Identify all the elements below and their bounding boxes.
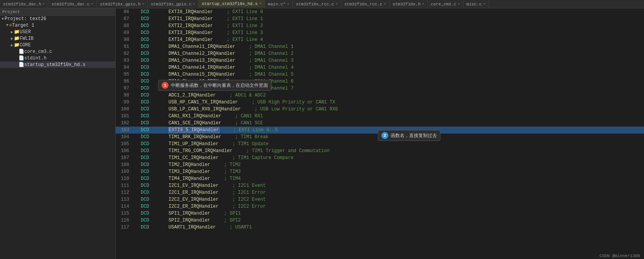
comment-text: ; TIM1 Capture Compare [233,155,293,161]
sidebar-item-user[interactable]: ▶ 📁 USER [0,29,115,35]
dcd-keyword: DCD [141,141,149,147]
code-line-95[interactable]: 95DCD DMA1_Channel5_IRQHandler ; DMA1 Ch… [116,71,644,78]
tab-gpioc[interactable]: stm32f10x_gpio.c × [148,0,199,8]
code-line-115[interactable]: 115DCD SPI1_IRQHandler ; SPI1 [116,210,644,217]
tab-dacc[interactable]: stm32f10x_dac.c × [48,0,96,8]
comment-text: ; I2C1 Error [233,190,266,195]
line-content-108: DCD TIM2_IRQHandler ; TIM2 [133,161,644,168]
line-num-112: 112 [116,189,133,196]
tab-gpioc-close[interactable]: × [193,2,195,6]
tab-rccc2[interactable]: stm32f10x_rcc.c × [341,0,389,8]
code-line-116[interactable]: 116DCD SPI2_IRQHandler ; SPI2 [116,217,644,224]
code-line-109[interactable]: 109DCD TIM3_IRQHandler ; TIM3 [116,168,644,175]
code-line-87[interactable]: 87DCD EXTI1_IRQHandler ; EXTI Line 1 [116,15,644,22]
tab-main-close[interactable]: × [287,2,289,6]
code-line-93[interactable]: 93DCD DMA1_Channel3_IRQHandler ; DMA1 Ch… [116,57,644,64]
tab-misc-close[interactable]: × [483,2,485,6]
tab-core[interactable]: core_cm3.c × [428,0,463,8]
tab-rccc-close[interactable]: × [335,2,337,6]
code-line-89[interactable]: 89DCD EXTI3_IRQHandler ; EXTI Line 3 [116,29,644,36]
dcd-keyword: DCD [141,127,149,133]
dcd-keyword: DCD [141,30,149,36]
tab-gpioh[interactable]: stm32f10x_gpio.h × [97,0,148,8]
line-content-116: DCD SPI2_IRQHandler ; SPI2 [133,217,644,224]
dcd-keyword: DCD [141,16,149,22]
sidebar-item-startup[interactable]: 📄 startup_stm32f10x_hd.s [0,61,115,68]
code-line-108[interactable]: 108DCD TIM2_IRQHandler ; TIM2 [116,161,644,168]
line-num-117: 117 [116,224,133,231]
watermark: CSDN @Winner1300 [599,254,640,258]
line-content-117: DCD USART1_IRQHandler ; USART1 [133,224,644,231]
handler-text: TIM1_BRK_IRQHandler [169,134,221,140]
handler-text: TIM1_UP_IRQHandler [169,141,219,147]
handler-text: DMA1_Channel2_IRQHandler [169,51,235,56]
tab-rccc[interactable]: stm32f10x_rcc.c × [293,0,341,8]
handler-text: TIM2_IRQHandler [169,162,210,168]
tab-dacc-close[interactable]: × [91,2,93,6]
tab-misc[interactable]: misc.c × [464,0,489,8]
comment-text: ; EXTI Line 1 [227,16,263,22]
sidebar-item-core[interactable]: ▶ 📁 CORE [0,42,115,48]
code-line-107[interactable]: 107DCD TIM1_CC_IRQHandler ; TIM1 Capture… [116,154,644,161]
tab-core-label: core_cm3.c [431,2,456,7]
code-line-98[interactable]: 98DCD ADC1_2_IRQHandler ; ADC1 & ADC2 [116,92,644,99]
comment-text: ; USB High Priority or CAN1 TX [252,100,335,105]
tab-dac-close[interactable]: × [43,2,45,6]
code-line-114[interactable]: 114DCD I2C2_ER_IRQHandler ; I2C2 Error [116,203,644,210]
line-num-98: 98 [116,92,133,99]
code-line-117[interactable]: 117DCD USART1_IRQHandler ; USART1 [116,224,644,231]
tab-startup-close[interactable]: × [259,2,261,6]
sidebar-item-startup-label: startup_stm32f10x_hd.s [24,62,85,68]
code-line-106[interactable]: 106DCD TIM1_TRG_COM_IRQHandler ; TIM1 Tr… [116,147,644,154]
line-num-114: 114 [116,203,133,210]
sidebar-item-core-cm3-label: core_cm3.c [24,49,52,54]
line-num-92: 92 [116,50,133,57]
line-num-116: 116 [116,217,133,224]
comment-text: ; DMA1 Channel 4 [249,65,293,70]
sidebar-item-stdint[interactable]: 📄 stdint.h [0,55,115,61]
sidebar-item-core-cm3[interactable]: 📄 core_cm3.c [0,48,115,55]
comment-text: ; EXTI Line 2 [227,23,263,29]
line-num-109: 109 [116,168,133,175]
code-line-92[interactable]: 92DCD DMA1_Channel2_IRQHandler ; DMA1 Ch… [116,50,644,57]
code-line-110[interactable]: 110DCD TIM4_IRQHandler ; TIM4 [116,175,644,182]
tab-startup[interactable]: startup_stm32f10x_hd.s × [199,0,265,8]
tab-dac[interactable]: stm32f10x_dac.h × [0,0,48,8]
handler-text: CAN1_RX1_IRQHandler [169,113,221,119]
code-line-111[interactable]: 111DCD I2C1_EV_IRQHandler ; I2C1 Event [116,182,644,189]
code-line-112[interactable]: 112DCD I2C1_ER_IRQHandler ; I2C1 Error [116,189,644,196]
code-line-99[interactable]: 99DCD USB_HP_CAN1_TX_IRQHandler ; USB Hi… [116,99,644,106]
code-line-113[interactable]: 113DCD I2C2_EV_IRQHandler ; I2C2 Event [116,196,644,203]
code-content[interactable]: 86DCD EXTI0_IRQHandler ; EXTI Line 087DC… [116,8,644,259]
code-line-88[interactable]: 88DCD EXTI2_IRQHandler ; EXTI Line 2 [116,22,644,29]
code-line-94[interactable]: 94DCD DMA1_Channel4_IRQHandler ; DMA1 Ch… [116,64,644,71]
line-content-113: DCD I2C2_EV_IRQHandler ; I2C2 Event [133,196,644,203]
line-content-87: DCD EXTI1_IRQHandler ; EXTI Line 1 [133,15,644,22]
folder-fwlib-icon: 📁 [14,36,20,41]
sidebar-item-project[interactable]: ▼ Project: text26 [0,16,115,22]
code-line-90[interactable]: 90DCD EXTI4_IRQHandler ; EXTI Line 4 [116,36,644,43]
tab-h[interactable]: stm32f10x.h × [389,0,428,8]
line-num-108: 108 [116,161,133,168]
tab-rccc2-close[interactable]: × [384,2,386,6]
code-line-91[interactable]: 91DCD DMA1_Channel1_IRQHandler ; DMA1 Ch… [116,43,644,50]
tab-main[interactable]: main.c* × [265,0,293,8]
tab-h-close[interactable]: × [422,2,424,6]
code-line-105[interactable]: 105DCD TIM1_UP_IRQHandler ; TIM1 Update [116,141,644,147]
comment-text: ; EXTI Line 4 [227,37,263,42]
code-line-101[interactable]: 101DCD CAN1_RX1_IRQHandler ; CAN1 RX1 [116,113,644,120]
arrow-user: ▶ [11,30,13,34]
handler-text: I2C2_ER_IRQHandler [169,204,219,209]
line-content-89: DCD EXTI3_IRQHandler ; EXTI Line 3 [133,29,644,36]
line-num-111: 111 [116,182,133,189]
arrow-target1: ▼ [6,23,8,27]
code-line-102[interactable]: 102DCD CAN1_SCE_IRQHandler ; CAN1 SCE [116,120,644,127]
line-content-90: DCD EXTI4_IRQHandler ; EXTI Line 4 [133,36,644,43]
code-area[interactable]: 86DCD EXTI0_IRQHandler ; EXTI Line 087DC… [116,8,644,259]
sidebar-item-fwlib[interactable]: ▶ 📁 FWLIB [0,35,115,42]
code-line-100[interactable]: 100DCD USB_LP_CAN1_RX0_IRQHandler ; USB … [116,106,644,113]
code-line-86[interactable]: 86DCD EXTI0_IRQHandler ; EXTI Line 0 [116,8,644,15]
sidebar-item-target1[interactable]: ▼ ⊙ Target 1 [0,22,115,29]
tab-gpioh-close[interactable]: × [142,2,144,6]
tab-core-close[interactable]: × [458,2,460,6]
